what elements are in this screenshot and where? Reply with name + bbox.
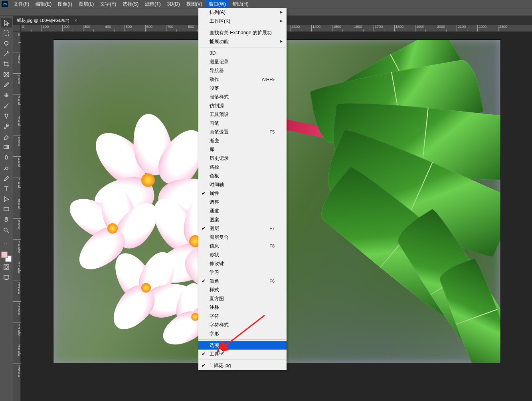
menu-item[interactable]: 形状: [198, 250, 287, 259]
menu-layer[interactable]: 图层(L): [75, 0, 97, 8]
menu-item-label: 通道: [210, 208, 219, 214]
menu-item[interactable]: 动作Alt+F9: [198, 75, 287, 84]
menu-item[interactable]: ✔图层F7: [198, 224, 287, 233]
close-icon[interactable]: ×: [75, 18, 77, 23]
menu-item[interactable]: 修改键: [198, 259, 287, 268]
menu-item[interactable]: 3D: [198, 49, 287, 57]
menu-image[interactable]: 图像(I): [55, 0, 75, 8]
app-logo-icon: Ps: [2, 1, 8, 7]
tool-history-brush[interactable]: [1, 122, 12, 131]
menu-type[interactable]: 文字(Y): [97, 0, 119, 8]
tool-zoom[interactable]: [1, 225, 12, 235]
tool-gradient[interactable]: [1, 142, 12, 152]
menu-item[interactable]: 直方图: [198, 294, 287, 303]
tool-frame[interactable]: [1, 70, 12, 79]
tool-marquee[interactable]: [1, 28, 12, 38]
menu-item-shortcut: F8: [269, 242, 275, 250]
menu-item-label: 直方图: [210, 296, 224, 301]
toolbox: ⋯: [0, 16, 13, 401]
menu-item[interactable]: 查找有关 Exchange 的扩展功能...: [198, 28, 287, 37]
menu-item-label: 1 鲜花.jpg: [210, 363, 231, 368]
menu-item[interactable]: 时间轴: [198, 180, 287, 189]
tool-move[interactable]: [1, 18, 12, 28]
tool-pen[interactable]: [1, 173, 12, 183]
menu-item-label: 工具: [210, 351, 219, 357]
menu-item[interactable]: 字形: [198, 329, 287, 338]
check-icon: ✔: [202, 224, 206, 233]
tool-spot-heal[interactable]: [1, 90, 12, 100]
menu-edit[interactable]: 编辑(E): [32, 0, 55, 8]
menu-item[interactable]: 调整: [198, 198, 287, 206]
menu-item[interactable]: 画笔设置F5: [198, 128, 287, 136]
menu-item[interactable]: 工作区(K): [198, 17, 287, 26]
tool-shape[interactable]: [1, 204, 12, 214]
menu-item[interactable]: 样式: [198, 285, 287, 294]
tool-hand[interactable]: [1, 215, 12, 224]
menu-help[interactable]: 帮助(H): [229, 0, 252, 8]
menu-item-label: 样式: [210, 287, 219, 293]
menu-item[interactable]: 学习: [198, 268, 287, 277]
menu-3d[interactable]: 3D(D): [164, 0, 183, 8]
menu-select[interactable]: 选择(S): [119, 0, 142, 8]
menu-item[interactable]: 信息F8: [198, 242, 287, 250]
menu-item[interactable]: 图层复合: [198, 233, 287, 242]
menu-separator: [199, 360, 286, 360]
tool-type[interactable]: [1, 184, 12, 193]
tool-brush[interactable]: [1, 101, 12, 110]
menu-item[interactable]: 注释: [198, 303, 287, 312]
menu-item[interactable]: 扩展功能: [198, 37, 287, 46]
menu-item[interactable]: 色板: [198, 171, 287, 180]
color-swatches[interactable]: [1, 252, 12, 262]
menu-separator: [199, 339, 286, 340]
menu-item-label: 3D: [210, 50, 216, 56]
menu-item[interactable]: 字符样式: [198, 320, 287, 329]
menu-item-label: 时间轴: [210, 182, 224, 187]
svg-rect-2: [4, 275, 9, 279]
menu-item-label: 字符: [210, 313, 219, 319]
menu-item[interactable]: 仿制源: [198, 101, 287, 110]
menu-item[interactable]: 库: [198, 145, 287, 154]
menu-file[interactable]: 文件(F): [10, 0, 32, 8]
menu-item[interactable]: 渐变: [198, 136, 287, 145]
tool-lasso[interactable]: [1, 39, 12, 48]
menu-item[interactable]: 导航器: [198, 66, 287, 75]
menu-view[interactable]: 视图(V): [183, 0, 206, 8]
menu-item[interactable]: 段落样式: [198, 92, 287, 101]
menu-item[interactable]: 图案: [198, 215, 287, 224]
tool-eraser[interactable]: [1, 132, 12, 142]
menu-item[interactable]: ✔1 鲜花.jpg: [198, 361, 287, 370]
menu-item[interactable]: ✔工具: [198, 350, 287, 358]
menu-item-shortcut: F5: [269, 128, 275, 136]
edit-toolbar-icon[interactable]: ⋯: [1, 239, 12, 249]
menu-item[interactable]: 段落: [198, 84, 287, 92]
menu-item[interactable]: 路径: [198, 163, 287, 171]
menu-window[interactable]: 窗口(W): [206, 0, 229, 8]
menu-item[interactable]: 画笔: [198, 119, 287, 128]
menu-item-label: 信息: [210, 243, 219, 249]
tool-clone[interactable]: [1, 111, 12, 121]
tool-path-select[interactable]: [1, 194, 12, 204]
tool-dodge[interactable]: [1, 163, 12, 173]
tool-magic-wand[interactable]: [1, 49, 12, 59]
menu-item[interactable]: 历史记录: [198, 154, 287, 163]
menu-item[interactable]: 字符: [198, 312, 287, 320]
tool-crop[interactable]: [1, 59, 12, 69]
menu-item[interactable]: 选项: [198, 341, 287, 350]
menu-filter[interactable]: 滤镜(T): [142, 0, 164, 8]
menu-item[interactable]: 通道: [198, 206, 287, 215]
menu-item-label: 字符样式: [210, 322, 229, 328]
ruler-vertical[interactable]: 0100200300400500600700800900100011001200…: [13, 32, 21, 401]
document-tab[interactable]: 鲜花.jpg @ 100%(RGB/8#) ×: [13, 16, 81, 25]
tool-eyedropper[interactable]: [1, 80, 12, 90]
screen-mode-icon[interactable]: [1, 273, 12, 282]
menu-separator: [199, 27, 286, 27]
menu-item[interactable]: 排列(A): [198, 8, 287, 17]
quick-mask-icon[interactable]: [1, 262, 12, 272]
tool-blur[interactable]: [1, 153, 12, 162]
menu-item[interactable]: 测量记录: [198, 57, 287, 66]
menu-item[interactable]: ✔属性: [198, 189, 287, 198]
menu-item[interactable]: ✔颜色F6: [198, 277, 287, 285]
menu-item[interactable]: 工具预设: [198, 110, 287, 119]
menu-item-label: 学习: [210, 269, 219, 275]
fg-color-swatch[interactable]: [1, 252, 8, 258]
